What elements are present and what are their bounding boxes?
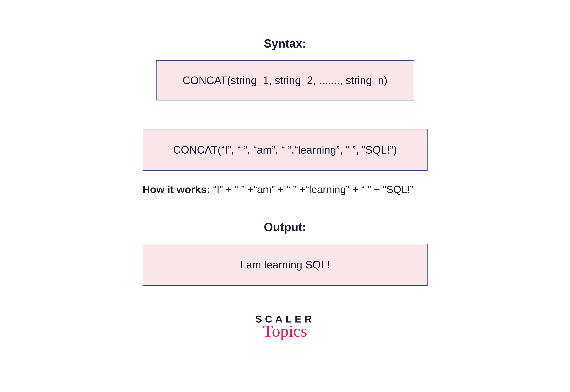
output-result-text: I am learning SQL! bbox=[240, 259, 330, 271]
scaler-topics-logo: SCALER Topics bbox=[255, 314, 315, 339]
example-code-box: CONCAT(“I”, “ ”, “am”, “ ”,“learning”, “… bbox=[143, 129, 427, 171]
how-it-works-label: How it works: bbox=[143, 183, 210, 195]
syntax-code-box: CONCAT(string_1, string_2, ......., stri… bbox=[156, 60, 414, 100]
syntax-code-text: CONCAT(string_1, string_2, ......., stri… bbox=[183, 74, 387, 86]
output-box: I am learning SQL! bbox=[143, 244, 427, 286]
example-code-text: CONCAT(“I”, “ ”, “am”, “ ”,“learning”, “… bbox=[173, 144, 397, 156]
logo-topics-text: Topics bbox=[263, 323, 307, 339]
how-it-works-expression: “I” + “ ” +“am” + “ ” +“learning” + “ ” … bbox=[213, 183, 413, 195]
syntax-heading: Syntax: bbox=[264, 37, 306, 50]
output-heading: Output: bbox=[264, 220, 306, 234]
how-it-works-line: How it works: “I” + “ ” +“am” + “ ” +“le… bbox=[143, 183, 427, 195]
